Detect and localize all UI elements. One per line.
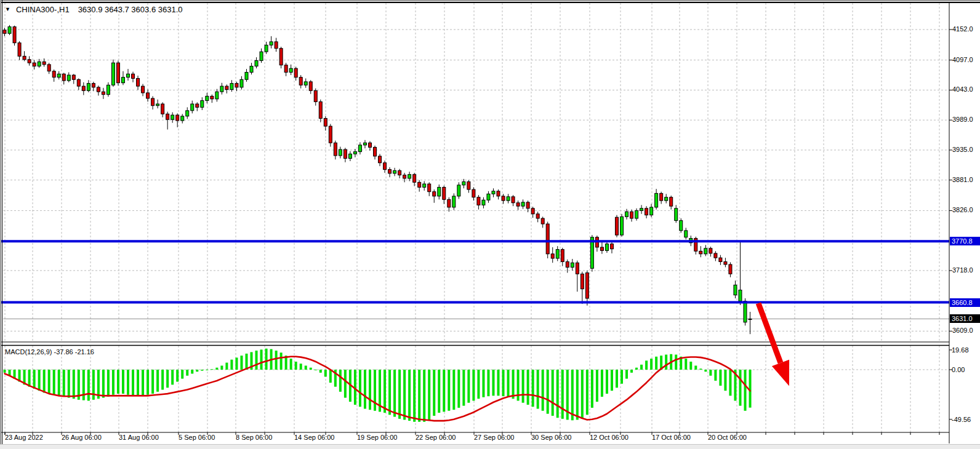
candle-bull — [521, 202, 524, 206]
macd-histogram-bar — [482, 370, 484, 397]
macd-histogram-bar — [581, 370, 584, 419]
macd-histogram-bar — [43, 370, 46, 392]
price-chart-canvas[interactable] — [0, 0, 980, 449]
candle-bull — [250, 66, 253, 73]
macd-histogram-bar — [744, 370, 747, 411]
macd-histogram-bar — [527, 370, 529, 405]
candle-bear — [275, 42, 278, 49]
candle-bull — [704, 248, 707, 254]
macd-histogram-bar — [260, 349, 263, 370]
candle-bull — [482, 200, 485, 205]
candle-bull — [111, 63, 114, 85]
macd-histogram-bar — [364, 370, 366, 409]
candle-bear — [166, 114, 169, 119]
candle-bear — [541, 218, 544, 224]
price-axis-label: 4152.0 — [952, 26, 973, 33]
candle-bear — [72, 75, 75, 79]
candle-bull — [675, 209, 678, 221]
macd-histogram-bar — [507, 370, 510, 397]
macd-histogram-bar — [201, 370, 203, 371]
candle-bear — [343, 149, 347, 158]
window-bottom-strip — [0, 444, 980, 449]
candle-bear — [211, 96, 214, 99]
candle-bear — [580, 274, 584, 288]
candle-bull — [171, 115, 174, 119]
macd-histogram-bar — [423, 370, 425, 422]
macd-histogram-bar — [117, 370, 119, 394]
macd-histogram-bar — [48, 370, 50, 394]
macd-histogram-bar — [300, 364, 302, 370]
macd-histogram-bar — [398, 370, 401, 419]
macd-histogram-bar — [225, 363, 228, 370]
candle-bull — [452, 196, 456, 207]
macd-histogram-bar — [650, 359, 653, 370]
candle-bear — [142, 86, 145, 93]
time-axis-label: 31 Aug 06:00 — [119, 434, 159, 441]
macd-histogram-bar — [403, 370, 406, 420]
candle-bull — [220, 86, 223, 92]
macd-histogram-bar — [448, 370, 450, 411]
candle-bear — [3, 30, 6, 33]
candle-bear — [729, 264, 732, 274]
candle-bull — [492, 191, 495, 194]
macd-histogram-bar — [467, 370, 470, 403]
candle-bear — [630, 212, 633, 218]
macd-histogram-bar — [290, 359, 292, 370]
candle-bear — [413, 175, 416, 183]
sell-arrow-shaft[interactable] — [758, 303, 781, 363]
candle-bear — [660, 193, 663, 201]
macd-histogram-bar — [112, 370, 114, 395]
candle-bear — [225, 86, 228, 89]
sell-arrow-head[interactable] — [772, 360, 789, 386]
candle-bull — [393, 170, 396, 173]
candle-bull — [206, 96, 209, 100]
macd-histogram-bar — [621, 370, 623, 384]
macd-histogram-bar — [502, 370, 505, 396]
candle-bear — [398, 170, 401, 175]
time-axis-label: 14 Sep 06:00 — [294, 434, 334, 441]
macd-histogram-bar — [68, 370, 70, 398]
candle-bull — [363, 143, 366, 145]
macd-histogram-bar — [433, 370, 435, 416]
macd-histogram-bar — [132, 370, 134, 395]
time-axis-label: 23 Aug 2022 — [5, 434, 43, 441]
macd-histogram-bar — [655, 357, 657, 370]
macd-histogram-bar — [107, 370, 110, 397]
candle-bear — [428, 184, 431, 192]
macd-histogram-bar — [295, 362, 297, 370]
chart-title-bar: ▼CHINA300-,H13630.9 3643.7 3603.6 3631.0 — [5, 4, 183, 15]
macd-histogram-bar — [206, 370, 208, 370]
macd-histogram-bar — [729, 370, 731, 395]
macd-histogram-bar — [512, 370, 515, 399]
candle-bear — [403, 175, 406, 178]
macd-histogram-bar — [220, 365, 223, 370]
candle-bull — [8, 26, 11, 33]
macd-histogram-bar — [586, 370, 588, 415]
macd-histogram-bar — [315, 370, 317, 370]
candle-bear — [33, 63, 36, 66]
candle-bull — [734, 285, 737, 295]
candle-bear — [334, 143, 337, 156]
candle-bear — [709, 248, 712, 253]
macd-histogram-bar — [186, 370, 188, 376]
candle-bull — [339, 149, 342, 156]
candle-bear — [23, 56, 26, 59]
macd-axis-label: 19.68 — [952, 347, 969, 354]
macd-histogram-bar — [739, 370, 741, 406]
candle-bull — [605, 244, 608, 251]
macd-histogram-bar — [689, 362, 692, 370]
candle-bull — [749, 319, 752, 319]
candle-bear — [645, 209, 648, 215]
candle-bear — [576, 263, 579, 274]
candle-bull — [156, 104, 159, 106]
window-border-top-inner — [0, 2, 980, 3]
price-axis-label: 3609.0 — [952, 327, 973, 334]
candle-bear — [319, 101, 322, 118]
candle-bull — [457, 185, 460, 196]
window-border-left — [0, 0, 1, 444]
candle-bull — [665, 197, 668, 201]
collapse-chart-icon[interactable]: ▼ — [5, 6, 10, 12]
candle-bear — [77, 79, 80, 86]
candle-bear — [379, 156, 382, 163]
candle-bear — [384, 163, 387, 170]
